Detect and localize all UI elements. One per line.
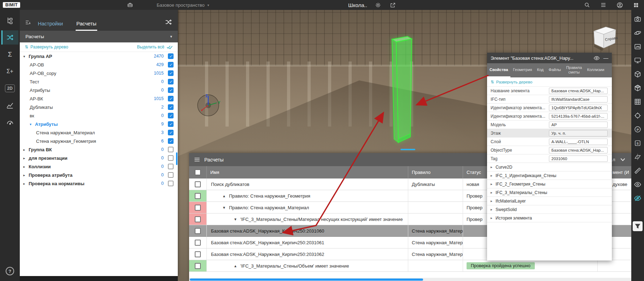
property-group[interactable]: ▸SweptSolid [487,205,612,214]
caret-right-icon[interactable]: ▸ [23,173,29,177]
orbit-icon[interactable] [633,28,643,38]
property-value[interactable]: IfcWallStandardCase [549,96,608,103]
checkbox-checked[interactable]: ✓ [168,121,174,127]
tree-item[interactable]: ▸Группа ВК0 [20,145,178,154]
checkbox-checked[interactable]: ✓ [168,113,174,118]
workspace-selector[interactable]: Базовое пространство ▾ [157,2,209,8]
list-menu-icon[interactable] [599,1,607,9]
checkbox-checked[interactable]: ✓ [168,87,174,93]
eye-icon[interactable] [593,56,600,60]
row-checkbox[interactable] [195,240,201,246]
property-group[interactable]: ▸IfcMaterialLayer [487,197,612,205]
table-group-row[interactable]: ▲'IFC_3_Материалы_Стены/Объем' имеет зна… [189,260,631,272]
checkbox-unchecked[interactable] [168,147,174,152]
expand-icon[interactable]: ▼ [234,217,237,221]
panel-scrollbar[interactable] [176,152,177,165]
row-checkbox[interactable] [195,181,201,187]
account-icon[interactable] [616,1,623,9]
property-value[interactable]: A-WALL-____-OTLN [549,139,608,145]
property-value[interactable]: Базовая стена:ADSK_Нар... [549,147,608,153]
property-value[interactable]: Ур. ч. п. [549,130,608,136]
caret-down-icon[interactable]: ▾ [30,122,35,126]
tab-collisions[interactable]: Коллизии [585,63,607,77]
briefcase-icon[interactable] [126,1,134,9]
properties-titlebar[interactable]: Элемент "Базовая стена:ADSK_Нару... — [487,53,612,63]
caret-down-icon[interactable]: ▾ [23,54,29,58]
checks-shuffle-icon[interactable] [1,30,18,45]
menu-icon[interactable] [194,157,200,162]
tab-files[interactable]: Файлы [546,63,563,77]
tab-settings[interactable]: Настройки [37,19,64,31]
caret-right-icon[interactable]: ▸ [23,148,29,152]
share-icon[interactable] [389,1,397,9]
navigation-cube[interactable]: Справа [590,23,620,54]
search-icon[interactable] [583,1,591,9]
tree-item[interactable]: вк0✓ [20,111,178,120]
property-group[interactable]: ▸IFC_1_Идентификация_Стены [487,171,612,180]
checkbox-unchecked[interactable] [168,164,174,169]
section-box-icon[interactable] [633,83,643,93]
checkbox-checked[interactable]: ✓ [168,138,174,144]
caret-right-icon[interactable]: ▸ [23,165,29,169]
calculations-dropdown[interactable]: Расчеты ▾ [20,31,178,42]
shading-mode-icon[interactable]: S [633,138,643,148]
checkbox-checked[interactable]: ✓ [168,79,174,84]
expand-icon[interactable]: ▼ [222,206,226,210]
cube-view-icon[interactable] [633,69,643,79]
collapse-icon[interactable]: ▲ [234,264,237,268]
grid-icon[interactable] [633,97,643,107]
2d-view-icon[interactable]: 2D [1,81,18,95]
project-title[interactable]: Школа.. [348,2,367,8]
property-group[interactable]: ▸Curve2D [487,163,612,171]
checkbox-checked[interactable]: ✓ [168,96,174,101]
property-value[interactable]: АР [549,122,608,128]
display-icon[interactable] [633,55,643,65]
help-button[interactable]: ? [6,267,14,275]
tab-geometry[interactable]: Геометрия [510,63,534,77]
perspective-icon[interactable]: P [633,124,643,134]
apps-grid-icon[interactable] [632,1,640,9]
focus-target-icon[interactable] [633,111,643,121]
select-all-checkbox[interactable] [195,169,201,175]
section-plane-icon[interactable] [633,152,643,162]
property-value[interactable]: 1Qo6BIY5PApfbTdUGk9hiX [549,105,608,111]
gear-icon[interactable] [374,1,382,9]
table-toolbar-fragment[interactable]: л [613,153,625,166]
horizontal-scrollbar-track[interactable] [189,278,631,281]
sum-add-icon[interactable]: Σ+ [1,64,18,78]
tree-item[interactable]: ▸Проверка атрибута0 [20,171,178,179]
row-checkbox[interactable] [195,228,201,234]
property-value[interactable]: Базовая стена:ADSK_Нар... [549,88,608,94]
eye-icon[interactable] [633,180,643,189]
caret-right-icon[interactable]: ▸ [23,156,29,160]
checkbox-checked[interactable]: ✓ [168,130,174,135]
camera-icon[interactable] [633,14,643,24]
checkbox-checked[interactable]: ✓ [168,104,174,110]
row-checkbox[interactable] [195,193,201,199]
select-all-button[interactable]: Выделить всё [137,45,173,49]
visibility-off-icon[interactable] [633,193,643,203]
row-checkbox[interactable] [195,251,201,257]
tree-item[interactable]: ▸Коллизии0 [20,162,178,171]
checkbox-checked[interactable]: ✓ [168,62,174,68]
tree-item[interactable]: АР-ВК1015✓ [20,94,178,103]
collapse-icon[interactable]: ▲ [222,194,226,198]
panel-divider-handle[interactable] [400,149,415,150]
tree-item[interactable]: Стена наружная_Материал3✓ [20,128,178,137]
caret-right-icon[interactable]: ▸ [23,182,29,186]
checkbox-checked[interactable]: ✓ [168,70,174,76]
column-header-name[interactable]: Имя [207,166,408,178]
tree-item[interactable]: ▸для презентации0 [20,154,178,162]
tree-item[interactable]: АР-ОВ_copy1015✓ [20,69,178,77]
model-tree-icon[interactable] [1,13,18,28]
tree-item[interactable]: ▸Проверка на нормативы0 [20,179,178,188]
tree-sort-icon[interactable] [25,20,31,25]
horizontal-scrollbar-thumb[interactable] [190,279,423,281]
dashboard-gauge-icon[interactable] [1,115,18,129]
row-checkbox[interactable] [195,263,201,269]
tree-item-selected[interactable]: ▾Атрибуты9✓ [20,120,178,128]
tree-item[interactable]: Дубликаты2✓ [20,103,178,111]
row-checkbox[interactable] [195,205,201,211]
expand-tree-button[interactable]: ⇅ Развернуть дерево [25,45,68,49]
measure-icon[interactable] [633,166,643,176]
